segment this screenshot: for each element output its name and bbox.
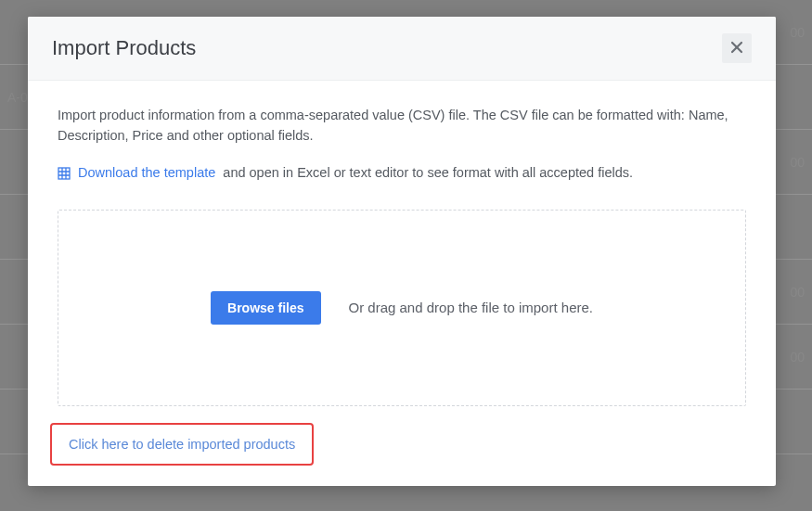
import-products-modal: Import Products Import product informati… — [28, 17, 776, 486]
modal-title: Import Products — [52, 36, 196, 60]
template-line: Download the template and open in Excel … — [58, 163, 746, 184]
browse-files-button[interactable]: Browse files — [211, 291, 320, 325]
bg-cell: 00 — [790, 285, 805, 300]
modal-body: Import product information from a comma-… — [28, 81, 776, 486]
delete-link-highlight: Click here to delete imported products — [50, 423, 314, 466]
grid-icon — [58, 167, 71, 180]
file-dropzone[interactable]: Browse files Or drag and drop the file t… — [58, 210, 746, 406]
delete-imported-products-link[interactable]: Click here to delete imported products — [69, 437, 295, 452]
bg-cell: 00 — [790, 25, 805, 40]
description-text: Import product information from a comma-… — [58, 105, 746, 147]
svg-rect-2 — [58, 168, 70, 179]
bg-cell: 00 — [790, 350, 805, 364]
template-instruction: and open in Excel or text editor to see … — [223, 163, 633, 184]
download-template-link[interactable]: Download the template — [78, 163, 215, 184]
bg-cell: 00 — [790, 155, 805, 170]
close-button[interactable] — [722, 33, 752, 63]
close-icon — [730, 39, 743, 58]
modal-header: Import Products — [28, 17, 776, 81]
dropzone-instruction: Or drag and drop the file to import here… — [349, 300, 593, 315]
